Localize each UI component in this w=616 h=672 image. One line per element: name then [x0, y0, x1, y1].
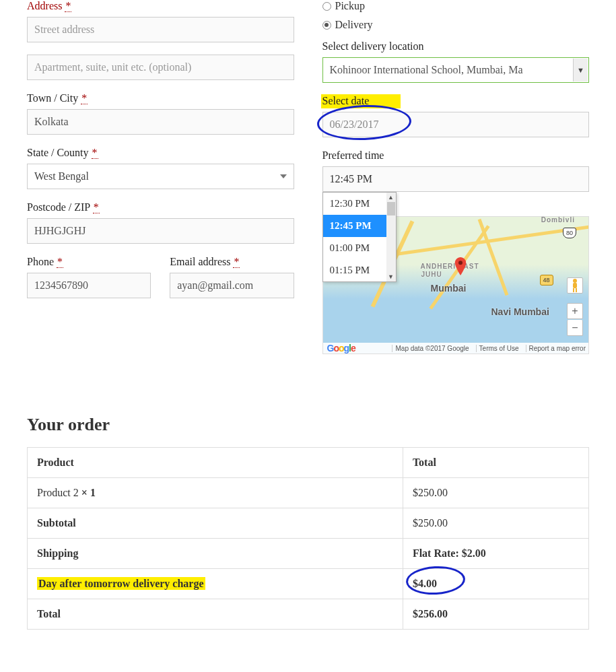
svg-rect-2 [573, 283, 577, 288]
chevron-down-icon: ▼ [577, 67, 584, 74]
time-input[interactable] [322, 166, 590, 192]
subtotal-value: $250.00 [403, 508, 588, 539]
delivery-location-value: Kohinoor International School, Mumbai, M… [330, 64, 523, 75]
route-shield-48: 48 [540, 275, 553, 285]
required-star: * [92, 147, 98, 159]
zip-input[interactable] [27, 218, 294, 244]
date-input[interactable] [322, 112, 590, 137]
map-zoom-in-button[interactable]: + [567, 303, 583, 319]
plus-icon: + [572, 305, 578, 317]
delivery-radio[interactable]: Delivery [322, 19, 590, 31]
your-order-heading: Your order [27, 415, 589, 435]
select-caret-button[interactable]: ▼ [573, 59, 588, 81]
product-column-header: Product [28, 448, 403, 478]
shipping-label: Shipping [28, 539, 403, 569]
order-table-header: Product Total [28, 448, 589, 478]
state-selected-value: West Bengal [34, 170, 89, 182]
map-road [477, 219, 508, 296]
scroll-up-icon[interactable]: ▲ [386, 193, 396, 202]
apartment-input[interactable] [27, 55, 294, 80]
order-extra-row: Day after tomorrow delivery charge $4.00 [28, 569, 589, 599]
phone-label: Phone * [27, 256, 151, 268]
map-credit: Map data ©2017 Google [392, 345, 471, 352]
subtotal-label: Subtotal [28, 508, 403, 539]
email-input[interactable] [170, 273, 294, 298]
radio-checked-icon [322, 21, 331, 30]
radio-unchecked-icon [322, 2, 331, 11]
chevron-down-icon [280, 174, 287, 178]
pickup-radio-label: Pickup [335, 0, 365, 12]
required-star: * [93, 201, 100, 213]
required-star: * [65, 0, 71, 12]
phone-input[interactable] [27, 273, 151, 298]
map-label-dombivli: Dombivli [541, 216, 575, 224]
map-terms-link[interactable]: Terms of Use [476, 345, 522, 352]
map-label-andheri: ANDHERI EAST [421, 263, 479, 270]
order-table: Product Total Product 2 × 1 $250.00 Subt… [27, 447, 589, 630]
state-label: State / County * [27, 147, 294, 159]
order-item-name: Product 2 × 1 [28, 478, 403, 508]
preferred-time-label: Preferred time [322, 149, 590, 162]
order-item-total: $250.00 [403, 478, 588, 508]
map-label-mumbai: Mumbai [431, 283, 467, 294]
delivery-radio-label: Delivery [335, 19, 373, 31]
map-report-link[interactable]: Report a map error [526, 345, 588, 352]
total-value: $256.00 [403, 599, 588, 630]
street-address-input[interactable] [27, 17, 294, 42]
time-option[interactable]: 12:30 PM [323, 193, 396, 215]
extra-charge-label: Day after tomorrow delivery charge [28, 569, 403, 599]
map-pegman-button[interactable] [567, 277, 583, 294]
google-logo: Google [327, 343, 355, 354]
extra-charge-value: $4.00 [403, 569, 588, 599]
shipping-value: Flat Rate: $2.00 [403, 539, 588, 569]
map-zoom-out-button[interactable]: − [567, 320, 583, 336]
email-label: Email address * [170, 256, 294, 268]
map-label-navi-mumbai: Navi Mumbai [491, 306, 549, 317]
svg-point-0 [458, 261, 463, 265]
time-dropdown[interactable]: 12:30 PM 12:45 PM 01:00 PM 01:15 PM ▲ ▼ [322, 192, 397, 282]
time-option-selected[interactable]: 12:45 PM [323, 215, 396, 237]
pegman-icon [570, 279, 580, 292]
state-select[interactable]: West Bengal [27, 164, 294, 189]
order-item-row: Product 2 × 1 $250.00 [28, 478, 589, 508]
total-label: Total [28, 599, 403, 630]
route-shield-80: 80 [563, 228, 576, 238]
scroll-thumb[interactable] [387, 202, 395, 215]
zip-label: Postcode / ZIP * [27, 201, 294, 213]
city-input[interactable] [27, 109, 294, 135]
total-column-header: Total [403, 448, 588, 478]
scroll-down-icon[interactable]: ▼ [386, 272, 396, 281]
dropdown-scrollbar[interactable]: ▲ ▼ [386, 193, 396, 281]
select-date-label: Select date [322, 95, 590, 107]
delivery-location-select[interactable]: Kohinoor International School, Mumbai, M… [322, 57, 590, 83]
order-subtotal-row: Subtotal $250.00 [28, 508, 589, 539]
minus-icon: − [572, 322, 578, 334]
map-label-juhu: JUHU [421, 271, 442, 278]
svg-rect-3 [573, 288, 574, 292]
address-label: Address * [27, 0, 294, 12]
pickup-radio[interactable]: Pickup [322, 0, 590, 12]
required-star: * [81, 92, 88, 104]
required-star: * [233, 256, 240, 268]
time-option[interactable]: 01:15 PM [323, 259, 396, 281]
required-star: * [57, 256, 63, 268]
order-shipping-row: Shipping Flat Rate: $2.00 [28, 539, 589, 569]
city-label: Town / City * [27, 92, 294, 104]
svg-point-1 [573, 279, 577, 283]
svg-rect-4 [576, 288, 577, 292]
map-footer: Google Map data ©2017 Google Terms of Us… [323, 343, 589, 354]
delivery-location-label: Select delivery location [322, 40, 590, 53]
map-marker-icon [454, 257, 467, 276]
time-option[interactable]: 01:00 PM [323, 237, 396, 259]
order-total-row: Total $256.00 [28, 599, 589, 630]
highlight-annotation: Day after tomorrow delivery charge [37, 577, 205, 590]
